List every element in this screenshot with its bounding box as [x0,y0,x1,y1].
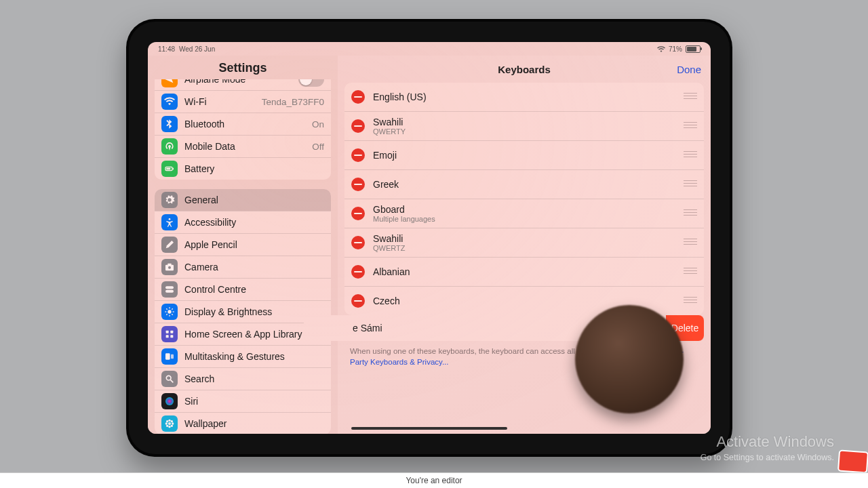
keyboard-row[interactable]: Czech [344,286,704,315]
reorder-handle-icon[interactable] [684,268,697,276]
remove-minus-icon[interactable] [351,207,365,220]
svg-line-25 [170,380,173,382]
pencil-icon [161,237,178,253]
reorder-handle-icon[interactable] [646,324,659,332]
bluetooth-icon [161,116,178,132]
keyboard-row[interactable]: Emoji [344,140,704,169]
settings-sidebar: Settings Airplane ModeWi-FiTenda_B73FF0B… [148,56,338,434]
done-button[interactable]: Done [677,64,701,75]
status-battery-pct: 71% [669,45,682,53]
svg-rect-18 [166,331,169,333]
status-date: Wed 26 Jun [179,45,215,53]
settings-row-label: Display & Brightness [184,306,272,317]
settings-row-siri[interactable]: Siri [155,390,331,412]
battery-status-icon [686,45,701,53]
settings-row-label: Wi-Fi [184,96,207,107]
svg-point-26 [165,397,174,405]
settings-row-label: Control Centre [184,284,246,295]
svg-point-28 [168,420,170,422]
reorder-handle-icon[interactable] [684,151,697,159]
reorder-handle-icon[interactable] [684,239,697,247]
keyboard-row[interactable]: Albanian [344,257,704,286]
stack-icon [161,348,178,365]
reorder-handle-icon[interactable] [684,93,697,101]
svg-line-17 [166,314,167,314]
settings-row-control-centre[interactable]: Control Centre [155,278,331,300]
settings-group-connectivity: Airplane ModeWi-FiTenda_B73FF0BluetoothO… [155,79,331,180]
settings-row-label: Multitasking & Gestures [184,351,285,362]
settings-row-accessibility[interactable]: Accessibility [155,211,331,233]
settings-scroll[interactable]: Airplane ModeWi-FiTenda_B73FF0BluetoothO… [148,79,338,434]
settings-row-label: Camera [184,262,218,272]
keyboard-row[interactable]: GboardMultiple languages [344,199,704,228]
settings-row-bluetooth[interactable]: BluetoothOn [155,113,331,135]
keyboard-sublabel: QWERTY [373,127,406,136]
svg-rect-23 [171,354,174,359]
remove-minus-icon[interactable] [351,90,365,104]
svg-point-30 [165,422,167,424]
remove-minus-icon[interactable] [351,119,365,133]
svg-rect-19 [170,331,173,333]
keyboard-label: Swahili [373,117,406,127]
reorder-handle-icon[interactable] [684,297,697,305]
remove-minus-icon[interactable] [351,265,365,279]
keyboard-row-swiped[interactable]: e Sámi Delete [344,315,704,341]
svg-point-33 [171,420,173,422]
svg-rect-6 [167,264,171,266]
settings-row-search[interactable]: Search [155,367,331,390]
wifi-icon [161,94,178,110]
settings-row-general[interactable]: General [155,189,331,211]
svg-point-27 [168,422,171,425]
keyboard-row[interactable]: SwahiliQWERTZ [344,228,704,257]
reorder-handle-icon[interactable] [684,180,697,188]
svg-point-34 [166,425,168,427]
settings-row-camera[interactable]: Camera [155,256,331,278]
reorder-handle-icon[interactable] [684,209,697,218]
svg-line-16 [172,308,172,309]
keyboard-label: Czech [373,296,400,306]
keyboard-row[interactable]: SwahiliQWERTY [344,111,704,140]
toggle-switch[interactable] [298,79,324,87]
settings-row-wallpaper[interactable]: Wallpaper [155,412,331,434]
settings-row-multitasking-gestures[interactable]: Multitasking & Gestures [155,345,331,367]
settings-row-value: Tenda_B73FF0 [262,97,324,107]
keyboard-label: Swahili [373,233,405,244]
keyboards-footer: When using one of these keyboards, the k… [338,341,711,367]
remove-minus-icon[interactable] [351,236,365,249]
settings-row-value: On [312,119,324,129]
split-view: Settings Airplane ModeWi-FiTenda_B73FF0B… [148,56,711,434]
svg-rect-7 [165,286,174,289]
keyboard-label: e Sámi [353,323,382,333]
settings-row-wi-fi[interactable]: Wi-FiTenda_B73FF0 [155,90,331,113]
delete-button[interactable]: Delete [666,315,704,341]
svg-rect-22 [165,353,170,359]
settings-row-label: Bluetooth [184,119,224,129]
settings-row-apple-pencil[interactable]: Apple Pencil [155,233,331,256]
settings-row-mobile-data[interactable]: Mobile DataOff [155,135,331,157]
toggles-icon [161,281,178,298]
svg-line-15 [172,314,172,314]
tablet-frame: 11:48 Wed 26 Jun 71% Settings Airplane M… [126,19,732,457]
remove-minus-icon[interactable] [351,294,365,308]
svg-rect-21 [170,335,173,338]
ipad-screen: 11:48 Wed 26 Jun 71% Settings Airplane M… [148,42,711,434]
home-indicator[interactable] [351,427,507,430]
settings-row-airplane-mode[interactable]: Airplane Mode [155,79,331,90]
battery-icon [161,161,178,177]
keyboard-row[interactable]: English (US) [344,83,704,111]
reorder-handle-icon[interactable] [684,122,697,130]
settings-row-label: Accessibility [184,217,236,228]
settings-row-label: Search [184,373,214,384]
access-icon [161,214,178,230]
footer-text: When using one of these keyboards, the k… [350,347,641,355]
airplane-icon [161,79,178,87]
settings-row-label: Airplane Mode [184,79,245,85]
remove-minus-icon[interactable] [351,178,365,191]
svg-point-3 [169,218,171,220]
remove-minus-icon[interactable] [351,148,365,162]
keyboard-row[interactable]: Greek [344,169,704,199]
wifi-status-icon [657,46,665,52]
settings-row-battery[interactable]: Battery [155,157,331,180]
settings-row-label: Apple Pencil [184,239,237,250]
svg-point-32 [166,420,168,422]
